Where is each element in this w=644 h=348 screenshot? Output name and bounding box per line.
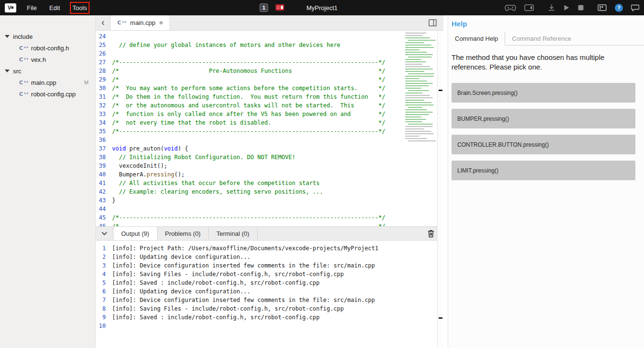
- code-line[interactable]: 29/* */: [96, 76, 443, 85]
- code-editor[interactable]: 2425 // define your global instances of …: [96, 31, 443, 226]
- output-console[interactable]: 1[info]: Project Path: /Users/maxoffline…: [96, 241, 437, 348]
- code-line[interactable]: 25 // define your global instances of mo…: [96, 42, 443, 50]
- overview-ruler[interactable]: [437, 31, 443, 348]
- code-text: /* function is only called once after th…: [112, 111, 385, 119]
- code-line[interactable]: 40 BumperA.pressing();: [96, 171, 443, 180]
- code-text: /* not every time that the robot is disa…: [112, 119, 385, 128]
- minimap-bar: [405, 102, 431, 103]
- file-main-cpp[interactable]: C++main.cppM: [0, 77, 95, 88]
- menu-items: FileEditTools: [27, 4, 87, 12]
- code-line[interactable]: 36: [96, 137, 443, 145]
- output-line: 1[info]: Project Path: /Users/maxoffline…: [96, 245, 437, 254]
- modified-dot-icon: [159, 21, 163, 24]
- output-line-number: 1: [96, 245, 112, 254]
- line-number: 34: [96, 119, 112, 128]
- brain-connection-icon[interactable]: [275, 4, 284, 11]
- tab-command-help[interactable]: Command Help: [448, 32, 505, 46]
- code-line[interactable]: 33/* function is only called once after …: [96, 111, 443, 119]
- project-title: MyProject1: [306, 0, 338, 15]
- controller-icon[interactable]: [505, 4, 516, 11]
- code-text: // All activities that occur before the …: [112, 180, 319, 188]
- tree-label: robot-config.h: [31, 45, 69, 52]
- line-number: 40: [96, 171, 112, 180]
- help-icon[interactable]: ?: [615, 4, 623, 12]
- code-line[interactable]: 38 // Initializing Robot Configuration. …: [96, 154, 443, 162]
- disclosure-triangle-icon[interactable]: [5, 35, 10, 38]
- output-line: 5[info]: Saved : include/robot-config.h,…: [96, 279, 437, 288]
- minimap-bar: [405, 136, 419, 137]
- code-line[interactable]: 30/* You may want to perform some action…: [96, 85, 443, 93]
- code-line[interactable]: 31/* Do them in the following function. …: [96, 93, 443, 102]
- file-robot-config-cpp[interactable]: C++robot-config.cpp: [0, 88, 95, 100]
- code-line[interactable]: 42 // Example: clearing encoders, settin…: [96, 188, 443, 197]
- code-line[interactable]: 27/*------------------------------------…: [96, 59, 443, 68]
- help-tabs: Command HelpCommand Reference: [448, 32, 644, 46]
- back-button[interactable]: ‹: [96, 15, 110, 30]
- code-text: /*--------------------------------------…: [112, 59, 385, 68]
- minimap[interactable]: [404, 33, 436, 143]
- option-brain-screen-pressing-[interactable]: Brain.Screen.pressing(): [452, 83, 635, 103]
- output-line-number: 8: [96, 305, 112, 314]
- brain-screen-icon[interactable]: [524, 4, 534, 11]
- option-limit-pressing-[interactable]: LIMIT.pressing(): [452, 161, 635, 180]
- line-number: 26: [96, 50, 112, 59]
- code-line[interactable]: 32/* or the autonomous and usercontrol t…: [96, 102, 443, 111]
- code-line[interactable]: 28/* Pre-Autonomous Functions */: [96, 68, 443, 76]
- editor-tab-main-cpp[interactable]: C++ main.cpp: [110, 15, 170, 30]
- code-line[interactable]: 24: [96, 33, 443, 42]
- menu-file[interactable]: File: [27, 4, 37, 12]
- output-line-number: 3: [96, 262, 112, 271]
- code-line[interactable]: 26: [96, 50, 443, 59]
- folder-src[interactable]: src: [0, 65, 95, 77]
- option-controller-button-pressing-[interactable]: CONTROLLER.BUTTON.pressing(): [452, 135, 635, 154]
- devices-icon[interactable]: [598, 4, 607, 11]
- output-line-number: 7: [96, 297, 112, 305]
- feedback-icon[interactable]: [631, 4, 639, 12]
- tab-problems[interactable]: Problems (0): [158, 227, 209, 240]
- file-robot-config-h[interactable]: C++robot-config.h: [0, 42, 95, 54]
- download-icon[interactable]: [548, 4, 555, 12]
- folder-include[interactable]: include: [0, 31, 95, 42]
- minimap-bar: [405, 112, 433, 113]
- code-line[interactable]: 41 // All activities that occur before t…: [96, 180, 443, 188]
- code-line[interactable]: 39 vexcodeInit();: [96, 162, 443, 171]
- slot-badge[interactable]: 1: [260, 3, 268, 12]
- code-text: /*--------------------------------------…: [112, 128, 385, 137]
- minimap-bar: [405, 33, 426, 34]
- line-number: 41: [96, 180, 112, 188]
- code-line[interactable]: 43}: [96, 197, 443, 206]
- clear-output-icon[interactable]: [428, 230, 434, 240]
- collapse-panel-button[interactable]: [96, 227, 113, 240]
- output-line: 3[info]: Device configuration inserted f…: [96, 262, 437, 271]
- tab-output[interactable]: Output (9): [113, 227, 158, 240]
- code-text: // Example: clearing encoders, setting s…: [112, 188, 323, 197]
- minimap-bar: [405, 93, 422, 93]
- play-icon[interactable]: [564, 4, 570, 11]
- line-number: 37: [96, 145, 112, 154]
- minimap-bar: [405, 100, 424, 101]
- cpp-file-icon: C++: [117, 20, 126, 25]
- code-text: /* or the autonomous and usercontrol tas…: [112, 102, 385, 111]
- option-bumper-pressing-[interactable]: BUMPER.pressing(): [452, 109, 635, 128]
- menu-tools[interactable]: Tools: [72, 4, 87, 12]
- line-number: 39: [96, 162, 112, 171]
- menu-edit[interactable]: Edit: [49, 4, 60, 12]
- tab-terminal[interactable]: Terminal (0): [209, 227, 258, 240]
- minimap-bar: [408, 90, 429, 91]
- output-line: 8[info]: Saving Files - include/robot-co…: [96, 305, 437, 314]
- file-vex-h[interactable]: C++vex.h: [0, 54, 95, 65]
- menubar: V≣ FileEditTools 1 MyProject1 ?: [0, 0, 644, 15]
- disclosure-triangle-icon[interactable]: [5, 70, 10, 72]
- code-line[interactable]: 45/*------------------------------------…: [96, 214, 443, 223]
- panel-toggle-icon[interactable]: [429, 19, 437, 28]
- code-line[interactable]: 44: [96, 206, 443, 214]
- vex-logo-icon[interactable]: V≣: [5, 3, 16, 12]
- stop-icon[interactable]: [578, 5, 584, 11]
- tab-command-reference[interactable]: Command Reference: [505, 32, 578, 45]
- code-line[interactable]: 46/* */: [96, 223, 443, 226]
- code-line[interactable]: 34/* not every time that the robot is di…: [96, 119, 443, 128]
- output-text: [info]: Device configuration inserted fe…: [112, 262, 375, 271]
- tree-label: vex.h: [31, 56, 46, 63]
- code-line[interactable]: 35/*------------------------------------…: [96, 128, 443, 137]
- code-line[interactable]: 37void pre_auton(void) {: [96, 145, 443, 154]
